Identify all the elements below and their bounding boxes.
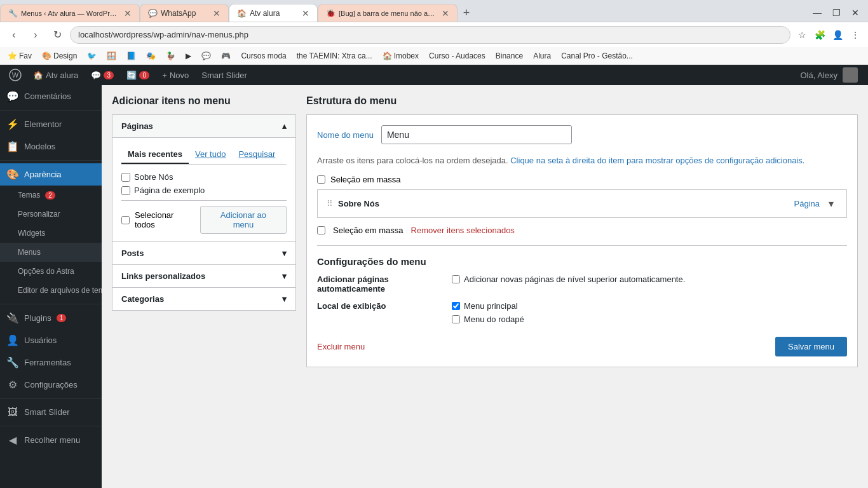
pages-chevron-icon — [282, 121, 287, 131]
sidebar-item-modelos[interactable]: 📋 Modelos — [0, 135, 102, 158]
bookmark-discord[interactable]: 🎮 — [219, 50, 233, 62]
tab-close-bug[interactable]: ✕ — [442, 8, 449, 18]
sidebar-item-elementor[interactable]: ⚡ Elementor — [0, 113, 102, 135]
tab-close-icon[interactable]: ✕ — [846, 4, 864, 22]
bookmark-twitter[interactable]: 🐦 — [85, 50, 99, 62]
label-select-all: Selecionar todos — [135, 210, 195, 229]
add-to-menu-button[interactable]: Adicionar ao menu — [200, 206, 287, 234]
tab-pesquisar[interactable]: Pesquisar — [232, 146, 281, 164]
sidebar-label-widgets: Widgets — [18, 229, 45, 238]
tab-close-whatsapp[interactable]: ✕ — [213, 8, 220, 18]
bookmark-taemin[interactable]: the TAEMIN: Xtra ca... — [294, 50, 375, 62]
bulk-select-checkbox-bottom[interactable] — [317, 226, 325, 234]
browser-tab-whatsapp[interactable]: 💬 WhatsApp ✕ — [140, 4, 229, 22]
categories-accordion-header[interactable]: Categorias — [112, 288, 295, 310]
sidebar-item-smart-slider[interactable]: 🖼 Smart Slider — [0, 402, 102, 423]
bookmark-fav[interactable]: ⭐Fav — [5, 50, 34, 62]
action-row: Excluir menu Salvar menu — [317, 337, 847, 356]
location-menu-rodape-checkbox[interactable] — [452, 315, 460, 323]
tab-mais-recentes[interactable]: Mais recentes — [121, 146, 189, 164]
sidebar-item-usuarios[interactable]: 👤 Usuários — [0, 329, 102, 351]
sidebar-item-opcoes-astra[interactable]: Opções do Astra — [0, 262, 102, 281]
sidebar-item-aparencia[interactable]: 🎨 Aparência — [0, 163, 102, 186]
save-menu-button[interactable]: Salvar menu — [775, 337, 847, 356]
auto-add-checkbox[interactable] — [452, 275, 460, 283]
topbar-smart-slider[interactable]: Smart Slider — [196, 65, 252, 85]
comments-sidebar-icon: 💬 — [6, 90, 19, 102]
location-menu-principal-checkbox[interactable] — [452, 302, 460, 310]
sidebar-item-recolher[interactable]: ◀ Recolher menu — [0, 429, 102, 451]
topbar-site-name[interactable]: 🏠 Atv alura — [28, 65, 83, 85]
checkbox-select-all[interactable] — [121, 216, 130, 224]
bookmark-binance[interactable]: Binance — [493, 50, 526, 62]
tab-ver-tudo[interactable]: Ver tudo — [189, 146, 232, 164]
tab-minimize-icon[interactable]: — — [808, 4, 826, 22]
config-options-link[interactable]: Clique na seta à direita do item para mo… — [510, 156, 804, 165]
tab-restore-icon[interactable]: ❐ — [827, 4, 845, 22]
reload-button[interactable]: ↻ — [48, 26, 66, 44]
tab-title-bug: [Bug] a barra de menu não apare... — [339, 10, 438, 17]
bulk-select-checkbox-top[interactable] — [317, 175, 325, 184]
extensions-icon[interactable]: 🧩 — [812, 27, 827, 43]
bulk-select-top: Seleção em massa — [317, 175, 847, 184]
topbar-comments[interactable]: 💬 3 — [86, 65, 119, 85]
sidebar-item-widgets[interactable]: Widgets — [0, 224, 102, 243]
drag-handle-icon[interactable]: ⠿ — [327, 199, 333, 208]
sidebar-item-temas[interactable]: Temas 2 — [0, 186, 102, 205]
sidebar-label-aparencia: Aparência — [24, 170, 62, 179]
bookmark-microsoft[interactable]: 🪟 — [104, 50, 119, 62]
bookmark-audaces[interactable]: Curso - Audaces — [426, 50, 488, 62]
menu-name-input[interactable] — [381, 125, 572, 144]
forward-button[interactable]: › — [27, 26, 44, 44]
tab-title-whatsapp: WhatsApp — [161, 9, 209, 18]
bookmark-star-icon[interactable]: ☆ — [794, 27, 810, 43]
delete-menu-link[interactable]: Excluir menu — [317, 342, 365, 351]
menu-item-toggle[interactable] — [825, 196, 837, 211]
bookmark-facebook[interactable]: 📘 — [124, 50, 139, 62]
bookmark-imobex[interactable]: 🏠Imobex — [380, 50, 421, 62]
sidebar-item-editor[interactable]: Editor de arquivos de tema — [0, 281, 102, 301]
custom-links-accordion-header[interactable]: Links personalizados — [112, 265, 295, 287]
sidebar-item-comments[interactable]: 💬 Comentários — [0, 85, 102, 107]
bookmark-alura[interactable]: Alura — [531, 50, 553, 62]
bookmark-design[interactable]: 🎨Design — [39, 50, 79, 62]
aparencia-icon: 🎨 — [6, 168, 19, 180]
menu-structure-title: Estrutura do menu — [306, 95, 858, 107]
smart-slider-icon: 🖼 — [6, 407, 19, 418]
checkbox-sobre-nos[interactable] — [121, 173, 130, 182]
topbar-user[interactable]: Olá, Alexy — [795, 65, 863, 85]
bookmark-duck[interactable]: 🦆 — [163, 50, 178, 62]
sidebar-item-menus[interactable]: Menus — [0, 243, 102, 262]
ferramentas-icon: 🔧 — [6, 356, 19, 369]
bookmark-canal[interactable]: Canal Pro - Gestão... — [559, 50, 635, 62]
posts-accordion-header[interactable]: Posts — [112, 242, 295, 264]
sidebar-label-comments: Comentários — [24, 92, 71, 101]
bookmark-whatsapp[interactable]: 💬 — [199, 50, 214, 62]
browser-tab-wordpress[interactable]: 🔧 Menus ‹ Atv alura — WordPress ✕ — [0, 4, 140, 22]
sidebar-item-plugins[interactable]: 🔌 Plugins 1 — [0, 307, 102, 329]
topbar-new[interactable]: + Novo — [157, 65, 194, 85]
sidebar-item-personalizar[interactable]: Personalizar — [0, 205, 102, 224]
topbar-greeting[interactable]: Olá, Alexy — [795, 65, 863, 85]
profile-icon[interactable]: 👤 — [830, 27, 845, 43]
checkbox-pagina-exemplo[interactable] — [121, 186, 130, 195]
browser-tab-atvalura[interactable]: 🏠 Atv alura ✕ — [229, 4, 318, 22]
browser-tab-bug[interactable]: 🐞 [Bug] a barra de menu não apare... ✕ — [318, 4, 458, 22]
pages-accordion-header[interactable]: Páginas — [112, 115, 295, 138]
address-bar[interactable]: localhost/wordpress/wp-admin/nav-menus.p… — [70, 26, 790, 44]
tab-close-atvalura[interactable]: ✕ — [302, 8, 309, 18]
new-tab-button[interactable]: + — [458, 4, 475, 22]
bookmark-cursos[interactable]: Cursos moda — [238, 50, 288, 62]
wp-logo[interactable]: W — [5, 65, 25, 85]
bookmark-canva[interactable]: 🎭 — [144, 50, 158, 62]
sidebar-item-configuracoes[interactable]: ⚙ Configurações — [0, 374, 102, 396]
tab-close-wordpress[interactable]: ✕ — [124, 8, 132, 18]
sidebar-item-ferramentas[interactable]: 🔧 Ferramentas — [0, 351, 102, 374]
topbar-updates[interactable]: 🔄 0 — [121, 65, 154, 85]
back-button[interactable]: ‹ — [5, 26, 23, 44]
bookmark-youtube[interactable]: ▶ — [183, 50, 194, 62]
user-avatar — [843, 67, 858, 83]
remove-selected-button[interactable]: Remover itens selecionados — [411, 226, 515, 235]
menu-icon[interactable]: ⋮ — [848, 27, 863, 43]
auto-add-desc: Adicionar novas páginas de nível superio… — [464, 274, 685, 284]
